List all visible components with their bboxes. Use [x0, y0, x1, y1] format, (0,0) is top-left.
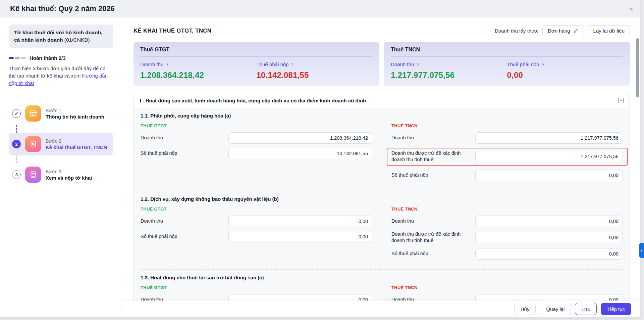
revenue-drilldown-link[interactable]: Doanh thu › [391, 61, 419, 67]
subsection-1-2: 1.2. Dịch vụ, xây dựng không bao thầu ng… [141, 191, 623, 264]
step-1-texts: Bước 1 Thông tin hộ kinh doanh [46, 108, 104, 120]
section-1-header: I . Hoạt động sản xuất, kinh doanh hàng … [134, 93, 630, 108]
step-label: Xem và nộp tờ khai [46, 175, 92, 181]
sidebar-step-1[interactable]: ✓ Bước 1 Thông tin hộ kinh doanh [9, 102, 113, 125]
tax-declaration-modal: Kê khai thuế: Quý 2 năm 2026 × Tờ khai t… [0, 0, 640, 317]
progress-segment-done [9, 57, 14, 59]
step-kicker: Bước 2 [46, 138, 107, 144]
gtgt-tax-input[interactable] [228, 231, 372, 242]
tncn-tax-input[interactable] [475, 170, 623, 181]
step-2-texts: Bước 2 Kê khai thuế GTGT, TNCN [46, 138, 107, 150]
tncn-heading: THUẾ TNCN [391, 207, 623, 212]
field-row: Số thuế phải nộp [391, 248, 623, 260]
chevron-right-icon: › [291, 61, 293, 67]
collapse-panel-tab[interactable]: ‹ [639, 243, 644, 258]
field-row: Số thuế phải nộp [141, 148, 372, 159]
metric-label: Thuế phải nộp [257, 61, 289, 67]
collapse-icon[interactable]: − [618, 98, 624, 103]
step-connector [16, 155, 113, 163]
sidebar-step-3[interactable]: 3 Bước 3 Xem và nộp tờ khai [9, 163, 113, 186]
progress-segment-todo [21, 57, 26, 59]
field-label: Doanh thu được trừ để xác định doanh thu… [391, 150, 475, 163]
document-icon [25, 167, 41, 183]
continue-button[interactable]: Tiếp tục [601, 303, 631, 315]
cancel-button[interactable]: Hủy [514, 303, 536, 315]
field-label: Doanh thu [391, 218, 475, 225]
tax-value: 0,00 [507, 71, 624, 80]
revenue-value: 1.217.977.075,56 [391, 71, 507, 80]
gtgt-revenue-input[interactable] [228, 132, 372, 144]
field-row: Doanh thu [141, 216, 372, 227]
gtgt-revenue-input[interactable] [228, 294, 372, 301]
section-1-body: 1.1. Phân phối, cung cấp hàng hóa (a) TH… [134, 108, 630, 301]
chevron-right-icon: › [166, 61, 168, 67]
content-header: KÊ KHAI THUẾ GTGT, TNCN Doanh thu lấy th… [133, 25, 630, 36]
refresh-data-button[interactable]: Lấy lại dữ liệu [588, 25, 630, 36]
sidebar-step-2[interactable]: 2 Bước 2 Kê khai thuế GTGT, TNCN [9, 133, 113, 155]
intro-text: Thực hiện 3 bước đơn giản dưới đây để có… [9, 65, 113, 87]
tncn-summary-card: Thuế TNCN Doanh thu › 1.217.977.075,56 [384, 42, 630, 86]
chevron-left-icon: ‹ [641, 248, 642, 253]
field-row: Doanh thu [391, 294, 623, 301]
content-area: KÊ KHAI THUẾ GTGT, TNCN Doanh thu lấy th… [122, 17, 640, 317]
order-source-button[interactable]: Đơn hàng [542, 25, 584, 36]
section-1-box: I . Hoạt động sản xuất, kinh doanh hàng … [133, 93, 630, 301]
chevron-right-icon: › [417, 61, 419, 67]
field-label: Doanh thu được trừ để xác định doanh thu… [391, 231, 475, 244]
tncn-tax-input[interactable] [475, 248, 623, 260]
field-row: Doanh thu [391, 132, 623, 144]
metric-label: Doanh thu [140, 61, 163, 67]
tax-metric: Thuế phải nộp › 0,00 [507, 61, 624, 80]
field-label: Số thuế phải nộp [391, 172, 475, 179]
tncn-revenue-input[interactable] [475, 216, 623, 227]
modal-body: Tờ khai thuế đối với hộ kinh doanh, cá n… [0, 17, 640, 317]
tax-value: 10.142.081,55 [257, 71, 373, 80]
revenue-metric: Doanh thu › 1.217.977.075,56 [391, 61, 507, 80]
field-label: Doanh thu [141, 218, 228, 225]
tncn-column: THUẾ TNCN Doanh thu Doanh thu được trừ đ… [382, 203, 623, 264]
pencil-icon [573, 28, 579, 34]
tncn-deductible-revenue-input[interactable] [475, 232, 623, 243]
close-icon[interactable]: × [628, 4, 635, 14]
wizard-sidebar: Tờ khai thuế đối với hộ kinh doanh, cá n… [0, 17, 122, 317]
gtgt-column: THUẾ GTGT Doanh thu Số thuế phải nộp [141, 203, 382, 264]
card-title: Thuế TNCN [391, 47, 623, 57]
tncn-heading: THUẾ TNCN [391, 285, 623, 290]
step-3-number: 3 [12, 170, 21, 179]
tncn-deductible-revenue-input[interactable] [475, 151, 623, 162]
gtgt-tax-input[interactable] [228, 148, 372, 159]
revenue-source-label: Doanh thu lấy theo: [495, 28, 538, 34]
subsection-title: 1.2. Dịch vụ, xây dựng không bao thầu ng… [141, 196, 623, 202]
chevron-right-icon: › [542, 61, 544, 67]
progress-segment-current [15, 57, 20, 59]
field-row: Doanh thu được trừ để xác định doanh thu… [391, 231, 623, 244]
gtgt-revenue-input[interactable] [228, 216, 372, 227]
scrollbar-thumb[interactable] [636, 38, 639, 97]
steps-list: ✓ Bước 1 Thông tin hộ kinh doanh 2 [9, 102, 113, 186]
tncn-heading: THUẾ TNCN [391, 123, 623, 128]
tncn-revenue-input[interactable] [475, 294, 623, 301]
tncn-column: THUẾ TNCN Doanh thu Doanh thu được trừ đ… [382, 120, 623, 185]
field-label: Số thuế phải nộp [141, 150, 228, 157]
subsection-title: 1.1. Phân phối, cung cấp hàng hóa (a) [141, 113, 623, 119]
save-button[interactable]: Lưu [575, 303, 597, 315]
field-label: Doanh thu [391, 296, 475, 301]
field-label: Doanh thu [141, 296, 228, 301]
step-3-texts: Bước 3 Xem và nộp tờ khai [46, 169, 92, 181]
tax-metric: Thuế phải nộp › 10.142.081,55 [257, 61, 373, 80]
card-metrics: Doanh thu › 1.217.977.075,56 Thuế phải n… [391, 61, 623, 80]
tax-drilldown-link[interactable]: Thuế phải nộp › [507, 61, 544, 67]
tax-drilldown-link[interactable]: Thuế phải nộp › [257, 61, 293, 67]
revenue-drilldown-link[interactable]: Doanh thu › [140, 61, 168, 67]
step-2-number: 2 [12, 140, 21, 148]
footer-actions: Hủy Quay lại Lưu Tiếp tục [122, 301, 640, 317]
field-row: Doanh thu [141, 294, 372, 301]
step-connector [16, 125, 113, 133]
field-row: Doanh thu [391, 216, 623, 227]
tncn-column: THUẾ TNCN Doanh thu Doanh thu được trừ đ… [382, 282, 623, 301]
step-1-check-icon: ✓ [12, 109, 21, 118]
metric-label: Doanh thu [391, 61, 414, 67]
tncn-revenue-input[interactable] [475, 132, 623, 144]
card-metrics: Doanh thu › 1.208.364.218,42 Thuế phải n… [140, 61, 373, 80]
back-button[interactable]: Quay lại [540, 303, 571, 315]
